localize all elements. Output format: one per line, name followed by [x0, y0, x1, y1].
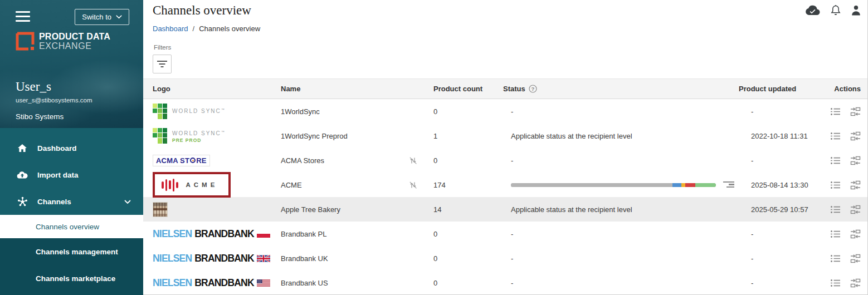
product-count: 174	[433, 181, 503, 189]
status-list-button[interactable]	[830, 279, 841, 287]
acme-waveform-icon	[162, 179, 178, 191]
product-count: 0	[433, 230, 503, 238]
cloud-upload-icon	[17, 171, 28, 179]
brandbank-logo: NIELSEN BRANDBANK	[153, 253, 270, 264]
switch-to-button[interactable]: Switch to	[75, 9, 129, 25]
logo-text: NIELSEN	[153, 253, 192, 264]
uk-flag-icon	[257, 255, 270, 262]
trademark-mark: ™	[221, 130, 225, 134]
product-count: 0	[433, 279, 503, 287]
status-list-button[interactable]	[830, 156, 841, 165]
status-list-button[interactable]	[830, 205, 841, 214]
filter-button[interactable]	[153, 55, 172, 73]
product-updated: 2022-10-18 11:31	[739, 132, 817, 140]
page-header: Channels overview Dashboard / Channels o…	[143, 0, 867, 78]
mapping-button[interactable]	[850, 131, 861, 141]
mapping-button[interactable]	[850, 254, 861, 263]
status-progress-bar	[511, 183, 716, 187]
column-header-status: Status ?	[503, 85, 739, 93]
column-header-actions: Actions	[817, 85, 867, 93]
column-header-product-updated: Product updated	[739, 85, 817, 93]
table-row-brandbank-us[interactable]: NIELSEN BRANDBANK Brandbank US 0 - -	[143, 271, 867, 295]
table-row-apple-tree-bakery[interactable]: Apple Tree Bakery 14 Applicable status a…	[143, 197, 867, 222]
table-row-1worldsync[interactable]: WORLD SYNC™ 1WorldSync 0 - -	[143, 99, 867, 124]
chevron-down-icon	[116, 15, 122, 19]
notifications-icon[interactable]	[831, 4, 841, 16]
logo-text: WORLD SYNC	[172, 130, 221, 136]
sidebar-item-channels-overview[interactable]: Channels overview	[0, 215, 143, 238]
channel-status: -	[503, 279, 739, 287]
mapping-button[interactable]	[850, 180, 861, 190]
sidebar-item-channels-marketplace[interactable]: Channels marketplace	[0, 265, 143, 292]
status-list-button[interactable]	[830, 132, 841, 140]
channel-status: -	[503, 156, 739, 165]
table-row-acma-stores[interactable]: ACMA STRE ACMA Stores 0 - -	[143, 148, 867, 173]
svg-text:?: ?	[531, 86, 534, 92]
breadcrumb-separator: /	[193, 24, 195, 33]
channel-logo: WORLD SYNC™	[153, 104, 281, 119]
sidebar: Switch to PRODUCT DATA EXCHANGE User_s u…	[0, 0, 143, 295]
table-row-acme[interactable]: ACME ACME 174 2025-08-14 13:30	[143, 173, 867, 197]
status-list-button[interactable]	[830, 107, 841, 116]
status-list-button[interactable]	[830, 254, 841, 263]
mapping-button[interactable]	[850, 278, 861, 288]
product-updated: -	[739, 254, 817, 263]
table-row-brandbank-uk[interactable]: NIELSEN BRANDBANK Brandbank UK 0 - -	[143, 246, 867, 271]
acma-o-icon	[190, 158, 196, 163]
oneworldsync-logo-icon	[153, 104, 167, 119]
sidebar-subitem-label: Channels overview	[36, 223, 99, 231]
product-updated: -	[739, 230, 817, 238]
product-updated: -	[739, 156, 817, 165]
channel-name: ACME	[281, 181, 409, 189]
account-icon[interactable]	[851, 5, 861, 16]
sync-disabled-icon	[409, 181, 417, 189]
user-block: User_s user_s@stibosystems.com Stibo Sys…	[16, 80, 92, 121]
trademark-mark: ™	[221, 108, 225, 111]
column-header-product-count: Product count	[433, 85, 503, 93]
sidebar-item-channels[interactable]: Channels	[0, 188, 143, 215]
status-details-icon[interactable]	[723, 181, 734, 189]
acma-store-logo: ACMA STRE	[153, 155, 210, 166]
table-row-1worldsync-preprod[interactable]: WORLD SYNC™ PRE PROD 1WorldSync Preprod …	[143, 124, 867, 148]
mapping-button[interactable]	[850, 107, 861, 116]
product-count: 1	[433, 132, 503, 140]
mapping-button[interactable]	[850, 229, 861, 239]
logo-text: BRANDBANK	[194, 253, 254, 264]
logo-text: NIELSEN	[153, 228, 192, 240]
channel-status: Applicable status at the recipient level	[503, 132, 739, 140]
status-list-button[interactable]	[830, 230, 841, 238]
cloud-done-icon[interactable]	[805, 5, 820, 16]
app-window: Switch to PRODUCT DATA EXCHANGE User_s u…	[0, 0, 868, 295]
sidebar-item-dashboard[interactable]: Dashboard	[0, 135, 143, 161]
product-updated: 2025-05-29 10:57	[739, 205, 817, 214]
topbar-icons	[805, 4, 861, 16]
mapping-button[interactable]	[850, 205, 861, 214]
menu-button[interactable]	[16, 11, 30, 22]
breadcrumb-link-dashboard[interactable]: Dashboard	[153, 24, 188, 33]
sidebar-item-channels-management[interactable]: Channels management	[0, 238, 143, 265]
sidebar-subnav: Channels overview Channels management Ch…	[0, 215, 143, 295]
channel-logo	[153, 202, 281, 217]
user-email: user_s@stibosystems.com	[16, 97, 92, 104]
channel-name: 1WorldSync	[281, 107, 409, 116]
channel-name: ACMA Stores	[281, 156, 409, 165]
user-name: User_s	[16, 80, 92, 94]
main-content: Channels overview Dashboard / Channels o…	[143, 0, 867, 294]
channel-status	[503, 181, 739, 189]
mapping-button[interactable]	[850, 156, 861, 165]
logo-text: BRANDBANK	[194, 277, 254, 289]
sidebar-item-label: Import data	[37, 171, 79, 179]
sidebar-item-import-data[interactable]: Import data	[0, 161, 143, 188]
filters-label: Filters	[154, 44, 171, 51]
filter-icon	[157, 61, 167, 67]
status-header-label: Status	[503, 85, 525, 93]
status-list-button[interactable]	[830, 181, 841, 189]
channel-name: Brandbank PL	[281, 230, 409, 238]
brandbank-logo: NIELSEN BRANDBANK	[153, 228, 270, 240]
channel-status: -	[503, 107, 739, 116]
table-row-brandbank-pl[interactable]: NIELSEN BRANDBANK Brandbank PL 0 - -	[143, 222, 867, 246]
sidebar-item-label: Dashboard	[37, 144, 77, 153]
sync-disabled-icon	[409, 156, 417, 165]
help-icon[interactable]: ?	[529, 85, 537, 93]
channel-name: Brandbank US	[281, 279, 409, 287]
